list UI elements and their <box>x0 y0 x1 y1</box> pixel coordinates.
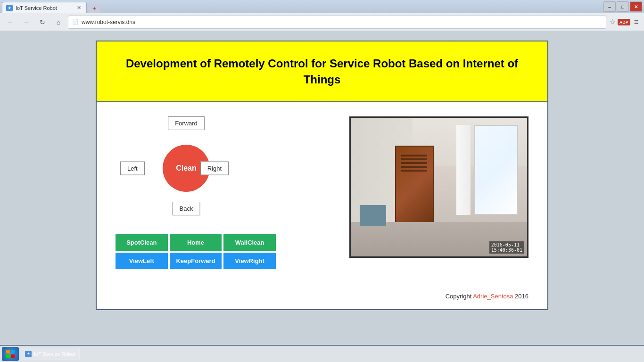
tab-title: IoT Service Robot <box>16 5 72 11</box>
site-header: Development of Remotely Control for Serv… <box>97 41 547 102</box>
keepforward-button[interactable]: KeepForward <box>170 253 222 269</box>
action-buttons-grid: SpotClean Home WallClean ViewLeft KeepFo… <box>116 234 276 269</box>
tab-favicon: ★ <box>6 5 13 11</box>
copyright-year: 2016 <box>513 293 528 300</box>
reload-button[interactable]: ↻ <box>36 16 49 29</box>
forward-button[interactable]: Forward <box>168 116 205 130</box>
browser-menu-button[interactable]: ≡ <box>632 18 640 26</box>
slat-1 <box>401 155 427 156</box>
room-scene: 2016-05-11 15:40:36-01 <box>351 118 527 256</box>
close-button[interactable]: ✕ <box>630 1 642 12</box>
new-tab-button[interactable]: + <box>89 4 100 13</box>
back-button[interactable]: Back <box>173 202 200 215</box>
nav-right-controls: ☆ ABP ≡ <box>609 17 640 26</box>
copyright-prefix: Copyright <box>446 293 473 300</box>
spotclean-button[interactable]: SpotClean <box>116 234 168 251</box>
start-button[interactable] <box>2 347 19 361</box>
address-text: www.robot-servis.dns <box>82 19 602 25</box>
door <box>395 146 434 229</box>
nav-bar: ← → ↻ ⌂ 📄 www.robot-servis.dns ☆ ABP ≡ <box>0 13 644 31</box>
home-nav-button[interactable]: ⌂ <box>52 16 65 29</box>
viewright-button[interactable]: ViewRight <box>223 253 276 269</box>
adblock-badge[interactable]: ABP <box>618 19 630 25</box>
camera-timestamp: 2016-05-11 15:40:36-01 <box>489 241 524 254</box>
page-content: Development of Remotely Control for Serv… <box>0 31 644 345</box>
controls-section: Forward Left Clean Right Back SpotClean … <box>116 116 330 269</box>
slat-4 <box>401 166 427 168</box>
slat-2 <box>401 158 427 160</box>
window-controls: – □ ✕ <box>603 1 642 12</box>
taskbar: ★ IoT Service Robot <box>0 345 644 362</box>
browser-window: ★ IoT Service Robot ✕ + – □ ✕ ← → ↻ ⌂ 📄 … <box>0 0 644 362</box>
copyright-author: Adrie_Sentosa <box>473 293 513 300</box>
window <box>474 125 519 215</box>
wallclean-button[interactable]: WallClean <box>223 234 276 251</box>
taskbar-app-label: IoT Service Robot <box>34 351 75 357</box>
website-container: Development of Remotely Control for Serv… <box>96 41 548 310</box>
address-bar[interactable]: 📄 www.robot-servis.dns <box>68 16 606 29</box>
curtain <box>456 125 471 215</box>
site-main: Forward Left Clean Right Back SpotClean … <box>97 102 547 288</box>
title-bar: ★ IoT Service Robot ✕ + – □ ✕ <box>0 0 644 13</box>
right-button[interactable]: Right <box>200 162 229 175</box>
viewleft-button[interactable]: ViewLeft <box>116 253 168 269</box>
taskbar-app-button[interactable]: ★ IoT Service Robot <box>21 348 80 360</box>
camera-section: 2016-05-11 15:40:36-01 <box>349 116 528 258</box>
bookmark-button[interactable]: ☆ <box>609 17 616 26</box>
minimize-button[interactable]: – <box>603 1 616 12</box>
floor-item <box>360 205 386 226</box>
site-title: Development of Remotely Control for Serv… <box>116 56 528 87</box>
camera-feed: 2016-05-11 15:40:36-01 <box>349 116 528 258</box>
maximize-button[interactable]: □ <box>617 1 629 12</box>
site-footer: Copyright Adrie_Sentosa 2016 <box>97 288 547 309</box>
slat-3 <box>401 162 427 164</box>
home-button[interactable]: Home <box>170 234 222 251</box>
door-slats <box>401 155 427 187</box>
windows-logo <box>6 350 15 358</box>
forward-nav-button[interactable]: → <box>20 16 33 29</box>
taskbar-favicon: ★ <box>25 351 32 357</box>
back-nav-button[interactable]: ← <box>4 16 17 29</box>
tab-close-button[interactable]: ✕ <box>75 4 83 12</box>
address-icon: 📄 <box>72 19 79 25</box>
active-tab[interactable]: ★ IoT Service Robot ✕ <box>2 2 87 13</box>
slat-5 <box>401 170 427 172</box>
tab-bar: ★ IoT Service Robot ✕ + <box>2 0 100 13</box>
left-button[interactable]: Left <box>120 162 145 175</box>
dpad-container: Forward Left Clean Right Back <box>116 116 257 220</box>
